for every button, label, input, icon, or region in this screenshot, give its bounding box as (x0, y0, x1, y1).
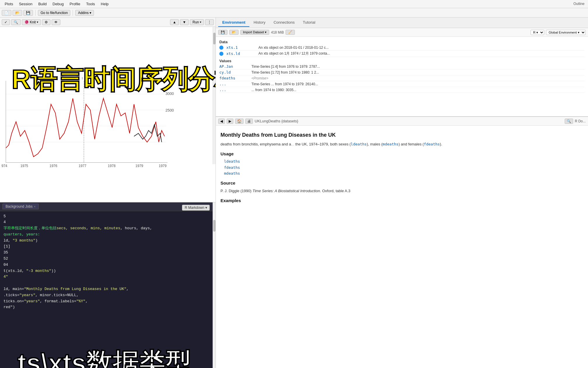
code-area: 5 4 字符串指定时间长度，单位包括secs, seconds, mins, m… (0, 211, 216, 313)
knit-dropdown-icon[interactable]: ▾ (37, 20, 38, 24)
tab-tutorial[interactable]: Tutorial (299, 18, 319, 27)
more-btn[interactable]: ⋮ (205, 19, 214, 25)
memory-usage: 418 MiB (271, 30, 284, 34)
env-toolbar: 💾 📂 Import Dataset ▾ 418 MiB 🧹 R ▾ Globa… (216, 28, 588, 37)
cyld-desc: Time-Series [1:72] from 1974 to 1980: 1 … (251, 70, 584, 74)
preview-btn[interactable]: 👁 (52, 19, 60, 25)
env-extra2-row: ... ... from 1974 to 1980: 3035... (219, 87, 584, 93)
cyld-name[interactable]: cy.ld (219, 70, 249, 74)
env-xtsld-row: xts.ld An xts object on 1月 1974 / 12月 19… (219, 51, 584, 57)
svg-text:1978: 1978 (108, 164, 116, 168)
menu-help[interactable]: Help (99, 1, 111, 7)
search-btn[interactable]: 🔍 (11, 19, 21, 25)
env-panel-tabs: Environment History Connections Tutorial (216, 18, 588, 28)
usage-ldeaths: ldeaths (224, 159, 583, 165)
menu-plots[interactable]: Plots (2, 1, 15, 7)
import-dataset-label: Import Dataset ▾ (243, 30, 267, 34)
bottom-scrollbar[interactable] (213, 202, 216, 368)
y-label-2500: 2500 (165, 108, 174, 112)
help-package-label: UKLungDeaths {datasets} (255, 119, 298, 123)
help-print-btn[interactable]: 🖨 (245, 119, 253, 124)
addins-btn[interactable]: Addins ▾ (75, 10, 94, 16)
menu-debug[interactable]: Debug (50, 1, 66, 7)
help-home-btn[interactable]: 🏠 (235, 119, 244, 124)
code-line-6: [1] (4, 244, 212, 250)
env-extra1-row: ... Time-Series ... from 1974 to 1979: 2… (219, 81, 584, 87)
r-markdown-badge[interactable]: R Markdown ▾ (182, 205, 210, 211)
right-panel: Environment History Connections Tutorial… (216, 18, 588, 368)
go-to-file-btn[interactable]: Go to file/function (38, 10, 70, 16)
background-jobs-tab[interactable]: Background Jobs × (2, 204, 39, 209)
open-file-btn[interactable]: 📂 (13, 10, 22, 16)
code-line-13: ld, main="Monthly Deaths from Lung Disea… (4, 286, 212, 292)
usage-fdeaths: fdeaths (224, 165, 583, 171)
apjan-desc: Time-Series [1:4] from 1976 to 1979: 278… (251, 65, 584, 69)
run-label: Run (192, 20, 199, 24)
chunk-nav-up[interactable]: ▲ (170, 19, 179, 25)
extra2-desc: ... from 1974 to 1980: 3035... (251, 88, 584, 92)
menu-session[interactable]: Session (17, 1, 35, 7)
plot-scrollbar-thumb[interactable] (213, 33, 216, 44)
lint-btn[interactable]: ✓ (2, 19, 10, 25)
chart-svg: 3000 2500 974 1975 1976 1977 1978 1979 1… (0, 27, 216, 202)
examples-title: Examples (220, 197, 583, 204)
load-workspace-btn[interactable]: 📂 (229, 30, 239, 35)
extra2-name[interactable]: ... (219, 88, 249, 92)
extra1-name[interactable]: ... (219, 82, 249, 86)
overlay-text-2: ts\xts数据类型 (18, 346, 191, 368)
sep2 (73, 10, 73, 16)
help-desc-partial: deaths from bronchitis, emphysema and a (220, 142, 291, 146)
svg-text:1976: 1976 (50, 164, 57, 168)
menu-tools[interactable]: Tools (84, 1, 97, 7)
extra1-desc: Time-Series ... from 1974 to 1979: 26140… (251, 82, 584, 86)
save-workspace-btn[interactable]: 💾 (218, 30, 228, 35)
knit-label: Knit (30, 20, 36, 24)
clear-env-btn[interactable]: 🧹 (286, 30, 295, 35)
run-dropdown-icon: ▾ (200, 20, 201, 24)
r-doc-label: R Do... (575, 119, 586, 123)
go-to-file-label: Go to file/function (41, 11, 68, 15)
tab-environment[interactable]: Environment (218, 18, 249, 27)
help-body-text: deaths from bronchitis, emphysema and a.… (220, 141, 583, 147)
r-env-select[interactable]: R ▾ (531, 30, 544, 35)
env-content: Data xts.1 An xts object on 2018-01-01 /… (216, 37, 588, 116)
bottom-scrollbar-thumb[interactable] (213, 220, 216, 232)
main-layout: ✓ 🔍 🧶 Knit ▾ ⚙ 👁 ▲ ▼ Run ▾ ⋮ Outline (0, 18, 588, 368)
tab-connections[interactable]: Connections (270, 18, 299, 27)
xts1-icon (219, 46, 223, 50)
import-dataset-btn[interactable]: Import Dataset ▾ (240, 30, 269, 35)
help-forward-btn[interactable]: ▶ (227, 119, 233, 124)
help-code-mdeaths: mdeaths (383, 142, 399, 146)
svg-text:1979: 1979 (135, 164, 143, 168)
code-line-1: 5 (4, 213, 212, 220)
global-env-select[interactable]: Global Environment ▾ (546, 30, 586, 35)
help-back-btn[interactable]: ◀ (218, 119, 225, 124)
xtsld-desc: An xts object on 1月 1974 / 12月 1979 cont… (258, 51, 584, 56)
knit-btn[interactable]: 🧶 Knit ▾ (22, 19, 41, 25)
xts1-name[interactable]: xts.1 (226, 45, 256, 50)
background-jobs-close[interactable]: × (34, 205, 36, 208)
xtsld-name[interactable]: xts.ld (226, 51, 256, 56)
environment-panel: Environment History Connections Tutorial… (216, 18, 588, 117)
editor-toolbar: ✓ 🔍 🧶 Knit ▾ ⚙ 👁 ▲ ▼ Run ▾ ⋮ Outline (0, 18, 216, 27)
run-btn[interactable]: Run ▾ (190, 19, 204, 25)
save-btn[interactable]: 💾 (23, 10, 33, 16)
fdeaths-desc: <Promise> (251, 76, 584, 80)
settings-btn[interactable]: ⚙ (42, 19, 50, 25)
code-line-14: .ticks="years", minor.ticks=NULL, (4, 292, 212, 298)
usage-mdeaths: mdeaths (224, 171, 583, 177)
code-line-16: red") (4, 304, 212, 310)
overlay-text-1: R语言时间序列分析 (12, 62, 216, 98)
code-line-9: 04 (4, 262, 212, 268)
source-author: P. J. Diggle (1990) (220, 189, 251, 193)
menu-profile[interactable]: Profile (67, 1, 83, 7)
tab-history[interactable]: History (249, 18, 269, 27)
usage-title: Usage (220, 150, 583, 157)
new-file-btn[interactable]: 📄 (2, 10, 11, 16)
fdeaths-name[interactable]: fdeaths (219, 76, 249, 80)
outline-btn[interactable]: Outline (573, 2, 584, 6)
chunk-nav-down[interactable]: ▼ (180, 19, 189, 25)
menu-build[interactable]: Build (36, 1, 49, 7)
apjan-name[interactable]: AP.Jan (219, 64, 249, 69)
help-search-btn[interactable]: 🔍 (565, 119, 573, 124)
